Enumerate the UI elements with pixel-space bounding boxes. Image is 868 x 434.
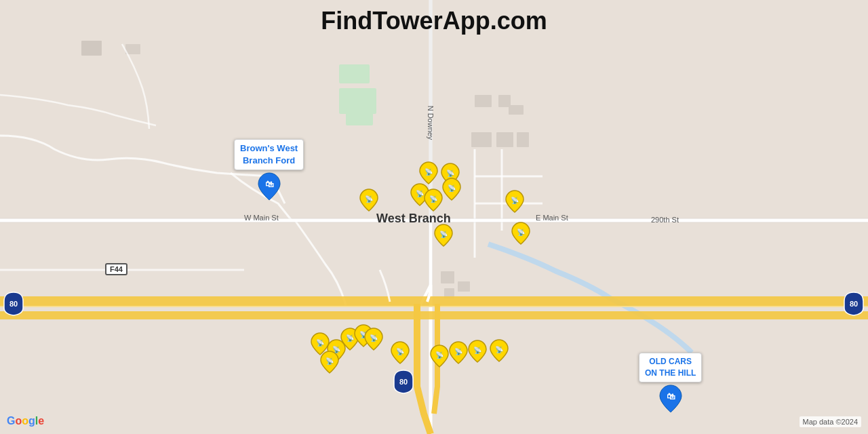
old-cars-pin-svg: 🛍 bbox=[658, 384, 683, 414]
google-g: G bbox=[7, 415, 15, 427]
svg-text:📡: 📡 bbox=[429, 195, 438, 203]
svg-rect-11 bbox=[517, 132, 529, 147]
tower-pin-1[interactable]: 📡 bbox=[419, 161, 438, 184]
svg-text:🛍: 🛍 bbox=[666, 391, 675, 401]
svg-text:80: 80 bbox=[399, 378, 408, 386]
browns-line2: Branch Ford bbox=[243, 155, 295, 165]
svg-rect-4 bbox=[81, 41, 102, 56]
n-downey-label: N Downey bbox=[427, 106, 435, 140]
old-cars-line1: OLD CARS bbox=[649, 357, 692, 366]
svg-text:📡: 📡 bbox=[425, 167, 433, 176]
svg-text:📡: 📡 bbox=[511, 196, 519, 205]
e-main-st-label: E Main St bbox=[536, 214, 568, 222]
tower-pin-3[interactable]: 📡 bbox=[359, 189, 378, 212]
two-ninety-label: 290th St bbox=[651, 216, 679, 224]
old-cars-line2: ON THE HILL bbox=[645, 368, 696, 378]
tower-pin-18[interactable]: 📡 bbox=[449, 341, 468, 364]
tower-pin-6[interactable]: 📡 bbox=[442, 178, 461, 201]
svg-text:📡: 📡 bbox=[396, 347, 405, 356]
svg-text:📡: 📡 bbox=[473, 346, 482, 355]
svg-rect-9 bbox=[471, 132, 492, 147]
svg-text:📡: 📡 bbox=[435, 351, 444, 359]
shop-pin-svg: 🛍 bbox=[257, 172, 281, 201]
google-logo: G o o g l e bbox=[7, 415, 44, 427]
tower-pin-5[interactable]: 📡 bbox=[424, 189, 443, 212]
google-o2: o bbox=[22, 415, 28, 427]
svg-text:📡: 📡 bbox=[517, 228, 526, 237]
svg-text:🛍: 🛍 bbox=[264, 179, 273, 189]
svg-text:📡: 📡 bbox=[495, 345, 504, 354]
google-g2: g bbox=[28, 415, 35, 427]
interstate-shield-left: 80 bbox=[3, 292, 24, 319]
svg-rect-1 bbox=[339, 64, 370, 83]
svg-rect-8 bbox=[509, 105, 524, 115]
svg-rect-6 bbox=[475, 95, 492, 107]
f44-badge: F44 bbox=[105, 263, 127, 275]
old-cars-popup[interactable]: OLD CARS ON THE HILL 🛍 bbox=[639, 353, 702, 414]
svg-text:📡: 📡 bbox=[448, 184, 456, 193]
w-main-st-label: W Main St bbox=[244, 214, 279, 222]
tower-pin-16[interactable]: 📡 bbox=[391, 341, 410, 364]
svg-text:80: 80 bbox=[9, 300, 18, 308]
tower-pin-17[interactable]: 📡 bbox=[430, 344, 449, 368]
site-title: FindTowerApp.com bbox=[321, 7, 547, 35]
svg-text:📡: 📡 bbox=[365, 195, 374, 203]
tower-pin-19[interactable]: 📡 bbox=[468, 340, 487, 363]
svg-rect-10 bbox=[496, 132, 513, 147]
svg-rect-3 bbox=[346, 108, 373, 125]
tower-pin-15[interactable]: 📡 bbox=[320, 351, 339, 374]
browns-ford-popup[interactable]: Brown's West Branch Ford 🛍 bbox=[234, 139, 304, 201]
interstate-shield-right: 80 bbox=[844, 292, 864, 319]
svg-text:📡: 📡 bbox=[439, 230, 448, 239]
tower-pin-14[interactable]: 📡 bbox=[364, 328, 383, 351]
google-o1: o bbox=[15, 415, 22, 427]
svg-text:📡: 📡 bbox=[326, 357, 334, 366]
tower-pin-7[interactable]: 📡 bbox=[505, 190, 524, 213]
tower-pin-9[interactable]: 📡 bbox=[511, 222, 530, 245]
browns-line1: Brown's West bbox=[240, 143, 298, 153]
svg-text:📡: 📡 bbox=[370, 334, 378, 342]
google-e: e bbox=[38, 415, 44, 427]
svg-rect-14 bbox=[458, 281, 470, 292]
map-data-label: Map data ©2024 bbox=[800, 416, 862, 427]
interstate-shield-center: 80 bbox=[393, 370, 414, 397]
tower-pin-20[interactable]: 📡 bbox=[490, 339, 509, 362]
svg-text:80: 80 bbox=[850, 300, 858, 308]
svg-rect-12 bbox=[441, 271, 454, 283]
svg-text:📡: 📡 bbox=[446, 169, 455, 178]
tower-pin-8[interactable]: 📡 bbox=[434, 224, 453, 247]
svg-text:📡: 📡 bbox=[454, 347, 463, 356]
svg-text:📡: 📡 bbox=[316, 338, 325, 347]
map-container: FindTowerApp.com West Branch W Main St E… bbox=[0, 0, 868, 434]
